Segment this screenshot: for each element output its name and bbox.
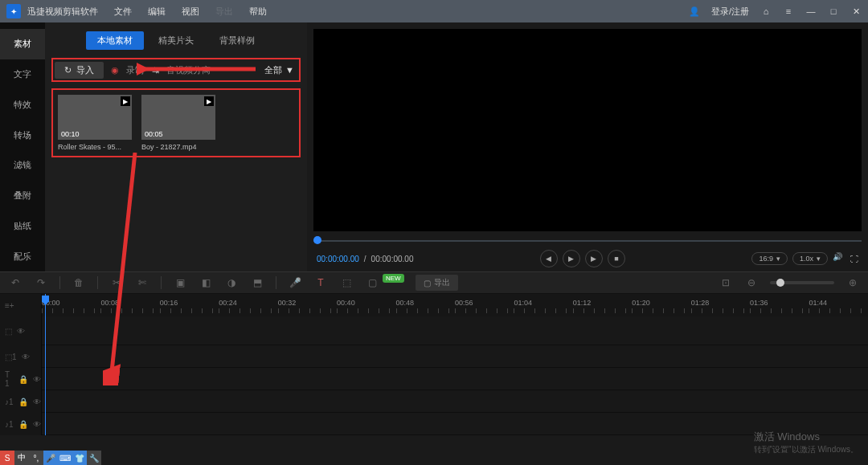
ime-mic-icon[interactable]: 🎤 <box>43 451 58 465</box>
filter-dropdown[interactable]: 全部 ▼ <box>261 63 297 78</box>
home-icon[interactable]: ⌂ <box>760 6 772 17</box>
timeline-track[interactable] <box>0 345 868 368</box>
ruler-tick: 00:32 <box>278 294 337 316</box>
tool-icon[interactable]: ◧ <box>199 275 213 290</box>
cut-icon[interactable]: ✄ <box>135 275 149 290</box>
crop-icon[interactable]: ✂ <box>109 275 124 290</box>
tool-icon[interactable]: ◑ <box>224 275 239 290</box>
ime-icon[interactable]: S <box>0 451 14 465</box>
next-frame-button[interactable]: ▶ <box>585 250 603 267</box>
tool-icon[interactable]: ⬚ <box>339 275 354 290</box>
preview-panel: 00:00:00.00 / 00:00:00.00 ◀ ▶ ▶ ■ 16:9▾ … <box>307 22 868 271</box>
thumb-name: Boy - 21827.mp4 <box>141 143 215 151</box>
ime-keyboard-icon[interactable]: ⌨ <box>58 451 72 465</box>
undo-icon[interactable]: ↶ <box>8 275 23 290</box>
timeline-track[interactable] <box>0 368 868 390</box>
menu-icon[interactable]: ≡ <box>783 6 794 17</box>
app-logo-icon: ✦ <box>6 4 21 18</box>
zoom-out-icon[interactable]: ⊖ <box>744 275 759 290</box>
workspace: 素材 文字 特效 转场 滤镜 叠附 贴纸 配乐 本地素材 精美片头 背景样例 ↻… <box>0 22 868 271</box>
side-tab-music[interactable]: 配乐 <box>0 241 45 271</box>
ruler-tick: 00:24 <box>219 294 277 316</box>
track-header-video2[interactable]: ⬚1👁 <box>0 345 41 368</box>
ime-bar: S 中 °, 🎤 ⌨ 👕 🔧 <box>0 451 101 465</box>
menu-view[interactable]: 视图 <box>182 6 199 18</box>
text-tool-icon[interactable]: T <box>313 275 328 290</box>
preview-video[interactable] <box>313 29 862 231</box>
play-overlay-icon: ▶ <box>204 96 214 106</box>
thumb-duration: 00:05 <box>145 130 163 138</box>
login-link[interactable]: 登录/注册 <box>711 6 749 18</box>
thumb-name: Roller Skates - 95... <box>58 143 132 151</box>
ruler-tick: 00:48 <box>396 294 455 316</box>
ime-skin-icon[interactable]: 👕 <box>72 451 87 465</box>
track-header-video[interactable]: ⬚👁 <box>0 316 41 345</box>
subtab-bg[interactable]: 背景样例 <box>208 31 266 50</box>
menu-export[interactable]: 导出 <box>215 6 233 18</box>
ime-tool-icon[interactable]: 🔧 <box>87 451 101 465</box>
track-header-audio2[interactable]: ♪1🔒👁 <box>0 413 41 435</box>
track-header-text[interactable]: T 1🔒👁 <box>0 368 41 390</box>
side-tab-text[interactable]: 文字 <box>0 59 45 90</box>
time-total: 00:00:00.00 <box>371 255 414 263</box>
tool-icon[interactable]: ⬒ <box>250 275 264 290</box>
side-tab-transition[interactable]: 转场 <box>0 120 45 150</box>
ruler-tick: 01:28 <box>691 294 750 316</box>
ruler-tick: 00:56 <box>455 294 514 316</box>
subtab-local[interactable]: 本地素材 <box>86 31 144 50</box>
minimize-icon[interactable]: — <box>805 6 817 17</box>
mic-icon[interactable]: 🎤 <box>288 275 302 290</box>
side-tab-material[interactable]: 素材 <box>0 29 45 59</box>
side-tab-sticker[interactable]: 贴纸 <box>0 211 45 242</box>
fullscreen-icon[interactable]: ⛶ <box>850 255 858 263</box>
chevron-down-icon: ▾ <box>817 255 821 263</box>
preview-seek-bar[interactable] <box>313 235 862 246</box>
stop-button[interactable]: ■ <box>608 250 625 267</box>
import-button[interactable]: ↻ 导入 <box>55 62 104 79</box>
timeline-ruler[interactable]: 00:0000:0800:1600:2400:3200:4000:4800:56… <box>0 294 868 316</box>
menu-help[interactable]: 帮助 <box>249 6 267 18</box>
ruler-tick: 01:20 <box>632 294 690 316</box>
timeline-track[interactable] <box>0 316 868 345</box>
tool-icon[interactable]: ▣ <box>173 275 187 290</box>
side-tab-effect[interactable]: 特效 <box>0 90 45 120</box>
redo-icon[interactable]: ↷ <box>34 275 48 290</box>
ruler-tick: 00:40 <box>337 294 395 316</box>
maximize-icon[interactable]: □ <box>828 6 839 17</box>
record-icon[interactable]: ◉ <box>108 63 121 76</box>
av-separate-icon[interactable]: ↹ <box>149 63 162 76</box>
speed-dropdown[interactable]: 1.0x▾ <box>792 252 828 265</box>
fit-icon[interactable]: ⊡ <box>719 275 733 290</box>
play-button[interactable]: ▶ <box>563 250 580 267</box>
side-tab-overlay[interactable]: 叠附 <box>0 181 45 211</box>
delete-icon[interactable]: 🗑 <box>72 275 86 290</box>
subtab-intro[interactable]: 精美片头 <box>147 31 205 50</box>
zoom-slider[interactable] <box>770 281 834 284</box>
user-icon: 👤 <box>689 6 700 17</box>
media-thumb[interactable]: ▶ 00:05 Boy - 21827.mp4 <box>141 95 215 151</box>
timeline-track[interactable] <box>0 413 868 435</box>
tool-icon[interactable]: ▢ <box>365 275 379 290</box>
volume-icon[interactable]: 🔊 <box>833 252 845 265</box>
menu-file[interactable]: 文件 <box>114 6 132 18</box>
close-icon[interactable]: ✕ <box>850 6 862 17</box>
time-current: 00:00:00.00 <box>317 255 359 263</box>
side-tab-filter[interactable]: 滤镜 <box>0 150 45 181</box>
watermark-sub: 转到"设置"以激活 Windows。 <box>754 444 858 455</box>
zoom-in-icon[interactable]: ⊕ <box>845 275 860 290</box>
media-sub-tabs: 本地素材 精美片头 背景样例 <box>51 29 301 51</box>
time-sep: / <box>364 255 366 263</box>
aspect-ratio-dropdown[interactable]: 16:9▾ <box>751 252 788 265</box>
timeline-track[interactable] <box>0 390 868 413</box>
export-button[interactable]: ▢ 导出 <box>416 275 458 291</box>
ime-punct[interactable]: °, <box>29 451 43 465</box>
media-thumb[interactable]: ▶ 00:10 Roller Skates - 95... <box>58 95 132 151</box>
ime-lang[interactable]: 中 <box>14 451 29 465</box>
gutter-add-icon[interactable]: ≡+ <box>0 294 41 316</box>
preview-controls: 00:00:00.00 / 00:00:00.00 ◀ ▶ ▶ ■ 16:9▾ … <box>307 246 868 271</box>
menu-edit[interactable]: 编辑 <box>148 6 166 18</box>
timeline-playhead[interactable] <box>45 294 46 435</box>
prev-frame-button[interactable]: ◀ <box>540 250 558 267</box>
ruler-tick: 01:36 <box>750 294 809 316</box>
track-header-audio[interactable]: ♪1🔒👁 <box>0 390 41 413</box>
